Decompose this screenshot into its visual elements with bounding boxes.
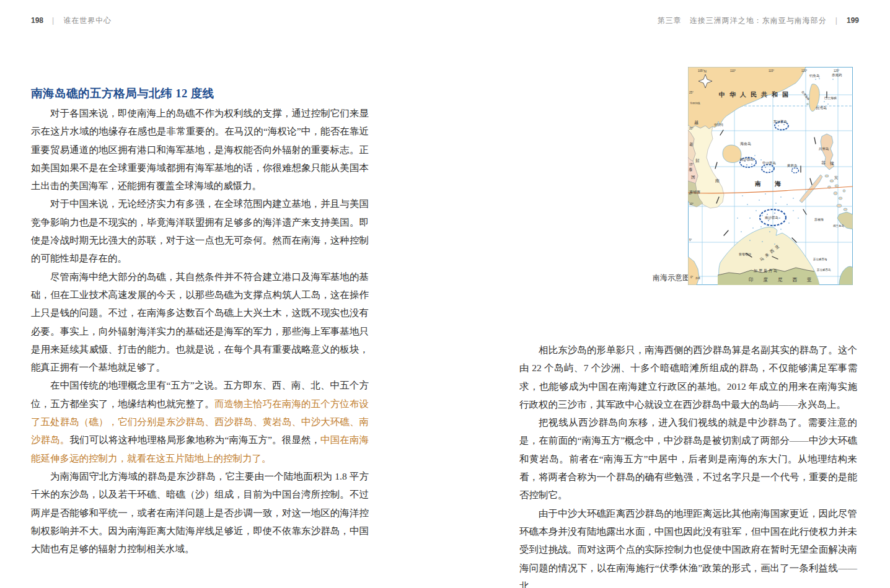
paragraph: 对于各国来说，即使南海上的岛礁不作为权利线的支撑，通过控制它们来显示在这片水域的… (31, 104, 369, 195)
map-label-hainan: 海南岛 (740, 142, 751, 146)
map-svg: N 中华人民共和国 钓鱼岛 赤尾屿 台湾岛 台湾海峡 巴士海峡 北回归线 越 南… (688, 67, 853, 285)
map-label-philippines-2: 律 (830, 161, 834, 165)
paragraph-text: 把视线从西沙群岛向东移，进入我们视线的就是中沙群岛了。需要注意的是，在前面的“南… (519, 417, 857, 500)
map-label-thailand-1: 泰 (689, 167, 693, 172)
paragraph-text: 为南海固守北方海域的群岛是东沙群岛，它主要由一个陆地面积为 1.8 平方千米的东… (31, 471, 369, 554)
map-label-indonesia: 印度尼西亚 (749, 277, 822, 283)
svg-text:25°: 25° (689, 91, 694, 94)
map-label-zengmu: 曾母暗沙 (739, 252, 751, 257)
map-label-sulu-sea: 苏禄海 (814, 217, 824, 222)
left-page-text: 对于各国来说，即使南海上的岛礁不作为权利线的支撑，通过控制它们来显示在这片水域的… (31, 104, 369, 558)
map-label-chiwei: 赤尾屿 (832, 72, 842, 77)
svg-text:15°: 15° (689, 163, 694, 166)
map-label-thailand-2: 国 (691, 175, 695, 179)
svg-text:120°: 120° (801, 69, 808, 72)
paragraph-text: 尽管南海中绝大部分的岛礁，其自然条件并不符合建立港口及海军基地的基础，但在工业技… (31, 271, 369, 372)
map-label-kalimantan: 加里曼丹岛 (754, 269, 778, 273)
paragraph: 在中国传统的地理概念里有“五方”之说。五方即东、西、南、北、中五个方位，五方都坐… (31, 376, 369, 467)
book-spread: 198|谁在世界中心 第三章 连接三洲两洋之地：东南亚与南海部分|199 南海岛… (0, 0, 890, 588)
paragraph: 为南海固守北方海域的群岛是东沙群岛，它主要由一个陆地面积为 1.8 平方千米的东… (31, 467, 369, 558)
svg-text:110°: 110° (730, 69, 736, 72)
header-separator: | (52, 16, 55, 25)
map-label-dongsha: 东沙群岛 (773, 120, 787, 124)
map-label-tropic: 北回归线 (690, 102, 701, 105)
map-label-lat-12: 12° (689, 192, 692, 195)
paragraph-text: 相比东沙岛的形单影只，南海西侧的西沙群岛算是名副其实的群岛了。这个由 22 个岛… (519, 344, 857, 410)
compass-n-label: N (704, 69, 707, 73)
map-label-mindanao: 棉兰老岛 (833, 224, 844, 227)
running-header-right: 第三章 连接三洲两洋之地：东南亚与南海部分|199 (658, 15, 859, 26)
svg-text:20°: 20° (689, 127, 694, 130)
map-caption: 南海示意图 (653, 273, 690, 283)
svg-text:5°: 5° (689, 239, 692, 242)
map-label-philippines-1: 菲 (821, 160, 826, 165)
svg-text:125°: 125° (834, 69, 840, 72)
section-title: 南海岛礁的五方格局与北纬 12 度线 (31, 86, 214, 101)
map-label-xisha: 西沙群岛 (740, 157, 754, 162)
header-separator: | (835, 16, 838, 25)
south-china-sea-map: N 中华人民共和国 钓鱼岛 赤尾屿 台湾岛 台湾海峡 巴士海峡 北回归线 越 南… (688, 67, 853, 285)
paragraph: 对于中国来说，无论经济实力有多强，在全球范围内建立基地，并且与美国竞争影响力也是… (31, 195, 369, 267)
svg-text:10°: 10° (689, 203, 694, 206)
paragraph-text: 由于中沙大环礁距离西沙群岛的地理距离远比其他南海国家更近，因此尽管环礁本身并没有… (519, 508, 857, 588)
map-label-laos-1: 老 (689, 142, 694, 146)
paragraph: 把视线从西沙群岛向东移，进入我们视线的就是中沙群岛了。需要注意的是，在前面的“南… (519, 413, 857, 504)
map-label-philippines-3: 宾 (834, 175, 839, 180)
map-label-huangyan: 黄岩岛 (787, 164, 798, 168)
map-label-equator: 赤道 (695, 276, 700, 279)
chapter-title: 第三章 连接三洲两洋之地：东南亚与南海部分 (658, 16, 827, 25)
map-label-south-sea-2: 海 (774, 180, 781, 187)
map-label-zhongsha: 中沙群岛 (762, 161, 776, 165)
paragraph: 由于中沙大环礁距离西沙群岛的地理距离远比其他南海国家更近，因此尽管环礁本身并没有… (519, 504, 857, 588)
map-label-diaoyu: 钓鱼岛 (809, 74, 820, 78)
page-number-left: 198 (31, 16, 43, 25)
map-label-vietnam-2: 南 (715, 178, 720, 183)
page-number-right: 199 (847, 16, 859, 25)
map-label-south-sea-1: 南 (755, 180, 761, 187)
map-label-equator-deg: 0° (690, 276, 694, 279)
map-label-bashi-strait: 巴士海峡 (824, 96, 837, 100)
paragraph-text: 我们可以将这种地理格局形象地称为“南海五方”。很显然， (69, 434, 320, 445)
map-label-luzon: 吕宋岛 (819, 147, 829, 151)
running-title: 谁在世界中心 (63, 16, 112, 25)
paragraph-text: 对于各国来说，即使南海上的岛礁不作为权利线的支撑，通过控制它们来显示在这片水域的… (31, 108, 369, 191)
map-label-taiwan: 台湾岛 (816, 105, 827, 110)
map-label-tonkin-gulf: 北部湾 (714, 123, 723, 127)
map-label-laos-2: 挝 (695, 158, 700, 163)
map-label-nansha: 南沙群岛 (765, 216, 778, 220)
map-label-sulawesi-sea: 苏拉威西海 (813, 257, 827, 261)
paragraph: 相比东沙岛的形单影只，南海西侧的西沙群岛算是名副其实的群岛了。这个由 22 个岛… (519, 341, 857, 413)
paragraph-text: 对于中国来说，无论经济实力有多强，在全球范围内建立基地，并且与美国竞争影响力也是… (31, 198, 369, 263)
map-label-sulawesi: 苏拉威西岛 (817, 268, 831, 271)
right-page-text: 相比东沙岛的形单影只，南海西侧的西沙群岛算是名副其实的群岛了。这个由 22 个岛… (519, 341, 857, 588)
svg-text:115°: 115° (769, 69, 774, 72)
map-label-china: 中华人民共和国 (719, 91, 793, 98)
running-header-left: 198|谁在世界中心 (31, 15, 112, 26)
paragraph: 尽管南海中绝大部分的岛礁，其自然条件并不符合建立港口及海军基地的基础，但在工业技… (31, 268, 369, 377)
hainan-island (723, 145, 741, 163)
map-label-vietnam-1: 越 (694, 120, 698, 125)
svg-text:105°: 105° (698, 69, 704, 72)
